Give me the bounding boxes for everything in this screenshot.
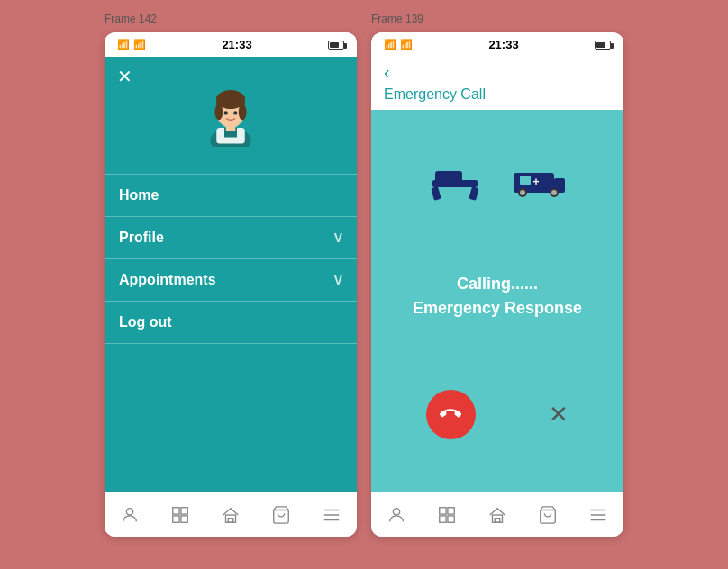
svg-rect-8: [216, 96, 245, 107]
back-button[interactable]: ‹: [384, 62, 611, 83]
menu-item-appointments-label: Appointments: [119, 272, 216, 288]
svg-rect-23: [435, 171, 462, 182]
menu-item-home-label: Home: [119, 187, 159, 203]
signal-icon: 📶: [117, 39, 130, 50]
svg-rect-15: [181, 515, 187, 521]
left-status-icons: 📶 📶: [117, 39, 146, 50]
nav-person-icon[interactable]: [120, 505, 140, 525]
nav-home-icon-139[interactable]: [487, 505, 507, 525]
dismiss-button[interactable]: ✕: [549, 401, 569, 429]
svg-point-11: [126, 508, 132, 514]
ambulance-icon: +: [509, 162, 568, 203]
call-actions: ✕: [389, 390, 605, 439]
frame-142-label: Frame 142: [105, 13, 157, 25]
wifi-icon-139: 📶: [400, 39, 413, 50]
battery-icon-142: [328, 41, 344, 50]
profile-chevron: V: [334, 230, 342, 245]
svg-rect-38: [448, 515, 454, 521]
calling-line1: Calling......: [413, 272, 582, 296]
nav-cart-icon-139[interactable]: [538, 505, 558, 525]
frame-139-wrapper: Frame 139 📶 📶 21:33 ‹ Emergency Call: [371, 32, 623, 537]
phone-frame-139: 📶 📶 21:33 ‹ Emergency Call: [371, 32, 623, 537]
nav-person-icon-139[interactable]: [387, 505, 406, 525]
svg-point-33: [551, 190, 557, 195]
svg-point-31: [520, 190, 525, 195]
menu-item-logout-label: Log out: [119, 314, 172, 330]
svg-rect-40: [495, 518, 500, 522]
emergency-header: ‹ Emergency Call: [371, 57, 623, 110]
nav-menu-icon-139[interactable]: [588, 505, 608, 525]
battery-icon-139: [595, 41, 611, 50]
nav-grid-icon-139[interactable]: [437, 505, 457, 525]
avatar-container: [105, 57, 357, 165]
bottom-nav-142: [105, 492, 357, 537]
svg-rect-24: [431, 187, 441, 202]
bottom-nav-139: [371, 492, 623, 537]
status-bar-139: 📶 📶 21:33: [371, 32, 623, 57]
status-time-142: 21:33: [222, 38, 251, 51]
nav-cart-icon[interactable]: [271, 505, 291, 525]
svg-rect-14: [173, 515, 179, 521]
signal-icon-139: 📶: [384, 39, 396, 50]
end-call-button[interactable]: [426, 390, 476, 439]
close-button[interactable]: ✕: [117, 66, 132, 87]
menu-item-appointments[interactable]: Appointments V: [105, 258, 357, 301]
nav-menu-icon[interactable]: [322, 505, 341, 525]
emergency-title: Emergency Call: [384, 86, 611, 103]
svg-rect-37: [440, 515, 446, 521]
frame-139-label: Frame 139: [371, 13, 423, 25]
calling-text: Calling...... Emergency Response: [413, 272, 582, 321]
menu-item-home[interactable]: Home: [105, 174, 357, 216]
stretcher-icon: [428, 162, 482, 203]
nav-grid-icon[interactable]: [170, 505, 190, 525]
wifi-icon: 📶: [133, 39, 146, 50]
svg-rect-12: [173, 507, 179, 513]
nav-home-icon[interactable]: [221, 505, 241, 525]
svg-point-34: [393, 508, 399, 514]
emergency-screen: ‹ Emergency Call: [371, 57, 623, 492]
user-avatar: [199, 84, 262, 147]
status-time-139: 21:33: [488, 38, 518, 51]
menu-item-profile-label: Profile: [119, 230, 164, 246]
appointments-chevron: V: [334, 273, 342, 287]
svg-text:+: +: [532, 176, 539, 188]
svg-rect-25: [469, 187, 478, 202]
menu-item-logout[interactable]: Log out: [105, 301, 357, 344]
svg-point-9: [224, 111, 228, 114]
svg-rect-13: [181, 507, 187, 513]
calling-line2: Emergency Response: [413, 296, 582, 321]
emergency-content: + Calling...... Emergency Response: [371, 110, 623, 492]
status-bar-142: 📶 📶 21:33: [105, 32, 357, 57]
frame-142-wrapper: Frame 142 📶 📶 21:33 ✕: [105, 32, 357, 537]
svg-rect-36: [448, 507, 454, 513]
phone-frame-142: 📶 📶 21:33 ✕: [105, 32, 357, 537]
phone-end-icon: [440, 403, 461, 425]
svg-rect-28: [520, 176, 531, 185]
left-status-icons-139: 📶 📶: [384, 39, 413, 50]
svg-point-10: [233, 111, 237, 114]
menu-screen: ✕: [105, 57, 357, 492]
menu-items-list: Home Profile V Appointments V Log out: [105, 174, 357, 492]
svg-rect-35: [440, 507, 446, 513]
svg-rect-17: [228, 518, 233, 522]
emergency-icons-row: +: [428, 162, 568, 203]
menu-item-profile[interactable]: Profile V: [105, 216, 357, 258]
